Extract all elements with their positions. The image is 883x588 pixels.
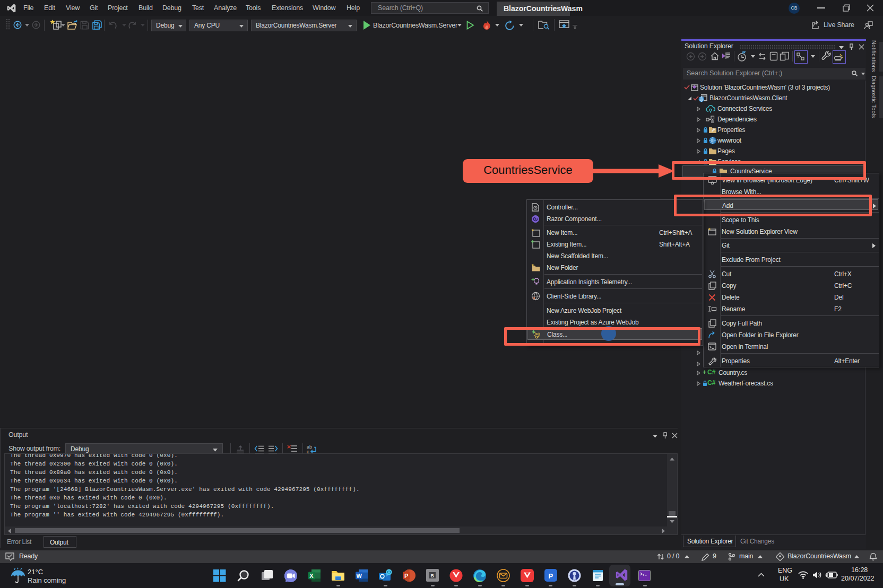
- svg-text:B: B: [431, 573, 435, 578]
- svg-text:P: P: [549, 572, 553, 580]
- svg-text:P: P: [404, 573, 408, 579]
- svg-text:X: X: [309, 573, 314, 579]
- svg-text:W: W: [357, 573, 362, 579]
